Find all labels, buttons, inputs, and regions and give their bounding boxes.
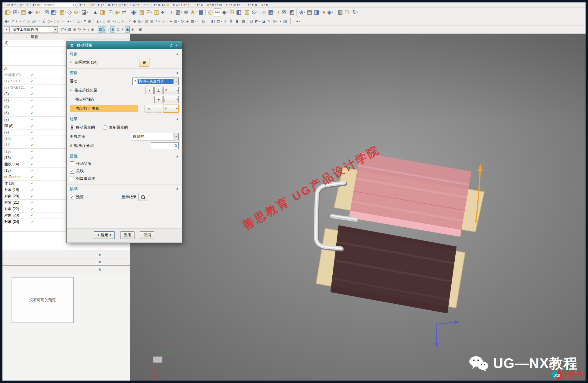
toolbar-icon[interactable]: ◐: [170, 9, 174, 16]
toolbar-icon[interactable]: ⊗: [183, 9, 189, 16]
chevron-up-icon[interactable]: ∧: [176, 154, 179, 158]
toolbar-icon[interactable]: ◑: [278, 18, 282, 24]
toolbar-icon[interactable]: ⊞▾: [12, 9, 20, 16]
toolbar-icon[interactable]: /: [88, 26, 90, 33]
chevron-up-icon[interactable]: ∧: [176, 71, 179, 75]
toolbar-icon[interactable]: ▦▾: [59, 9, 67, 16]
toolbar-icon[interactable]: TIFF: [214, 8, 221, 16]
navigator-section-collapsed[interactable]: ∨: [2, 251, 130, 258]
toolbar-icon[interactable]: ◈▾: [114, 9, 121, 16]
command-search-input[interactable]: [43, 3, 73, 7]
toolbar-icon[interactable]: ◆▾: [222, 9, 228, 16]
toolbar-icon[interactable]: ◈: [185, 18, 189, 24]
toolbar-icon[interactable]: ◫▾: [140, 3, 145, 7]
show-result-button[interactable]: [138, 193, 147, 201]
toolbar-icon[interactable]: ⊕▾: [298, 9, 306, 16]
toolbar-icon[interactable]: ⊞▾: [90, 3, 94, 7]
dialog-title-bar[interactable]: ⚙ 移动对象 ↺ ×: [67, 41, 182, 49]
toolbar-icon[interactable]: ◇: [67, 9, 72, 16]
toolbar-icon[interactable]: ▩: [198, 9, 204, 16]
toolbar-icon[interactable]: ◩▾: [254, 18, 261, 24]
toolbar-icon[interactable]: ≡▾: [82, 26, 87, 33]
chevron-up-icon[interactable]: ∧: [176, 52, 179, 56]
toolbar-icon[interactable]: ●: [83, 3, 86, 7]
toolbar-icon[interactable]: ■: [11, 3, 13, 7]
toolbar-icon[interactable]: ◨▾: [234, 18, 240, 24]
toolbar-icon[interactable]: ■: [226, 3, 228, 7]
vector-dialog-button[interactable]: ×: [145, 87, 154, 94]
toolbar-icon[interactable]: ▦: [254, 3, 258, 7]
toolbar-icon[interactable]: ◨▾: [99, 9, 107, 16]
toolbar-icon[interactable]: ▨▾: [175, 9, 183, 16]
toolbar-icon[interactable]: ▤: [20, 9, 26, 16]
toolbar-icon[interactable]: ●▾: [296, 18, 300, 24]
toolbar-icon[interactable]: ○: [23, 18, 26, 24]
toolbar-icon[interactable]: ▾: [14, 3, 16, 7]
graphics-viewport[interactable]: 善思教育 UG产品设计学院 UG—NX教程 XS 资料网: [130, 34, 586, 381]
cancel-button[interactable]: 取消: [140, 231, 154, 239]
toolbar-icon[interactable]: ⊞▾: [6, 3, 10, 7]
toolbar-icon[interactable]: ⊞: [233, 3, 236, 7]
toolbar-icon[interactable]: ◫: [243, 3, 247, 7]
toolbar-icon[interactable]: ●: [116, 3, 118, 7]
toolbar-icon[interactable]: ■: [138, 3, 140, 7]
apply-button[interactable]: 应用: [120, 231, 135, 239]
toolbar-icon[interactable]: ■▾: [236, 3, 240, 7]
layer-option-dropdown[interactable]: 原始的 ▾: [131, 133, 179, 140]
toolbar-icon[interactable]: ⊡: [107, 9, 113, 16]
toolbar-icon[interactable]: ▫: [95, 3, 96, 7]
toolbar-icon[interactable]: ▤: [166, 3, 170, 7]
toolbar-icon[interactable]: ●▾: [160, 9, 166, 16]
toolbar-icon[interactable]: ◇: [129, 3, 132, 7]
point-type-dropdown[interactable]: / ▾: [163, 96, 179, 103]
chevron-up-icon[interactable]: ∧: [176, 187, 179, 191]
toolbar-icon[interactable]: ⊟: [249, 18, 254, 24]
toolbar-icon[interactable]: ⊙▾: [251, 9, 258, 16]
chevron-down-icon[interactable]: ∨: [98, 253, 101, 257]
toolbar-icon[interactable]: ⊞▾: [133, 3, 137, 7]
move-original-radio[interactable]: [70, 125, 74, 130]
toolbar-icon[interactable]: ~: [18, 18, 22, 24]
toolbar-icon[interactable]: ▤▾: [216, 18, 222, 24]
toolbar-icon[interactable]: ⊘: [130, 26, 135, 33]
toolbar-icon[interactable]: ▦▾: [190, 18, 196, 24]
toolbar-icon[interactable]: ■▾: [183, 3, 187, 7]
end-vector-highlight[interactable]: ✓ 指定终止矢量: [70, 105, 138, 112]
toolbar-icon[interactable]: ◉: [87, 18, 92, 24]
toolbar-icon[interactable]: ◇: [161, 18, 166, 24]
toolbar-icon[interactable]: ⊙: [180, 18, 185, 24]
toolbar-icon[interactable]: ⌂: [102, 18, 106, 24]
toolbar-icon[interactable]: ⊞▾: [31, 18, 37, 24]
toolbar-icon[interactable]: ⊞▾: [176, 3, 180, 7]
toolbar-icon[interactable]: ◉▾: [131, 9, 138, 16]
toolbar-icon[interactable]: ⊠: [44, 9, 50, 16]
toolbar-icon[interactable]: /▾: [121, 18, 125, 24]
divide-input[interactable]: [151, 142, 179, 149]
toolbar-icon[interactable]: ◩: [289, 9, 295, 16]
chevron-down-icon[interactable]: ∨: [98, 260, 101, 264]
toolbar-icon[interactable]: ▤: [37, 3, 40, 7]
close-icon[interactable]: ×: [174, 43, 179, 48]
toolbar-icon[interactable]: ↻▾: [352, 9, 359, 16]
toolbar-icon[interactable]: ▧: [337, 9, 343, 16]
toolbar-icon[interactable]: ▲: [92, 9, 99, 16]
toolbar-icon[interactable]: ⇄: [121, 9, 127, 16]
toolbar-icon[interactable]: ▦▾: [267, 9, 275, 16]
toolbar-icon[interactable]: □: [27, 18, 30, 24]
preview-section-header[interactable]: ∧: [2, 265, 130, 273]
toolbar-icon[interactable]: ⌂: [16, 3, 19, 7]
toolbar-icon[interactable]: ●▾: [247, 3, 251, 7]
toolbar-icon[interactable]: □: [117, 18, 121, 24]
toolbar-icon[interactable]: +: [37, 18, 41, 24]
toolbar-icon[interactable]: ◫: [190, 3, 194, 7]
toolbar-icon[interactable]: ◧▾: [4, 9, 12, 16]
toolbar-icon[interactable]: ⊟▾: [145, 9, 153, 16]
copy-original-radio[interactable]: [103, 125, 107, 130]
toolbar-icon[interactable]: ▤▾: [118, 3, 123, 7]
toolbar-icon[interactable]: ⊡: [98, 26, 103, 33]
toolbar-icon[interactable]: ⊠▾: [281, 9, 288, 16]
toolbar-icon[interactable]: ▧: [138, 9, 145, 16]
toolbar-icon[interactable]: ◫▾: [61, 26, 67, 33]
toolbar-icon[interactable]: ●▾: [67, 18, 72, 24]
toolbar-icon[interactable]: ▩: [241, 18, 246, 24]
